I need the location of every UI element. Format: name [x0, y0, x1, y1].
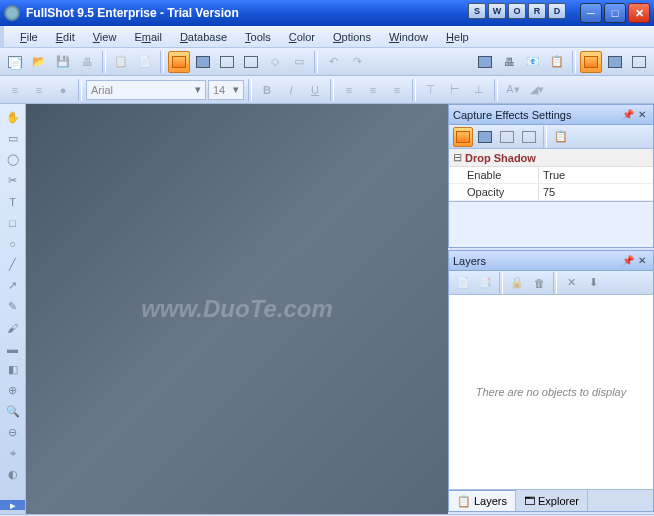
menu-tools[interactable]: Tools: [237, 29, 279, 45]
tool-hand-icon[interactable]: ✋: [3, 108, 23, 127]
capture-object-button[interactable]: [240, 51, 262, 73]
menu-window[interactable]: Window: [381, 29, 436, 45]
tool-ellipse-icon[interactable]: ○: [3, 234, 23, 253]
property-row[interactable]: Opacity 75: [449, 184, 653, 201]
category-collapse-icon[interactable]: ⊟: [453, 151, 465, 164]
font-size-combo[interactable]: 14▾: [208, 80, 244, 100]
capture-region-button[interactable]: [216, 51, 238, 73]
menu-help[interactable]: Help: [438, 29, 477, 45]
quick-btn-o[interactable]: O: [508, 3, 526, 19]
tool-fill-icon[interactable]: ◐: [3, 465, 23, 484]
align-left-button[interactable]: ≡: [338, 79, 360, 101]
prop-enable-value[interactable]: True: [539, 167, 653, 183]
view-mode-3-button[interactable]: [628, 51, 650, 73]
tool-zoomout-icon[interactable]: ⊖: [3, 423, 23, 442]
layer-merge-icon[interactable]: ⬇: [583, 273, 603, 293]
capture-freehand-button[interactable]: ◇: [264, 51, 286, 73]
effect-tab-2[interactable]: [475, 127, 495, 147]
pin-icon[interactable]: 📌: [621, 254, 635, 268]
toolbox-expand-icon[interactable]: ▸: [0, 500, 25, 510]
layer-del-icon[interactable]: 🗑: [529, 273, 549, 293]
layer-x-icon[interactable]: ✕: [561, 273, 581, 293]
quick-btn-w[interactable]: W: [488, 3, 506, 19]
menu-color[interactable]: Color: [281, 29, 323, 45]
property-row[interactable]: Enable True: [449, 167, 653, 184]
tool-line-icon[interactable]: ╱: [3, 255, 23, 274]
tab-explorer[interactable]: 🗔Explorer: [516, 490, 588, 511]
menu-email[interactable]: Email: [126, 29, 170, 45]
canvas-area[interactable]: www.DuoTe.com: [26, 104, 448, 514]
style-1-button[interactable]: ≡: [4, 79, 26, 101]
undo-button[interactable]: ↶: [322, 51, 344, 73]
capture-menu-button[interactable]: ▭: [288, 51, 310, 73]
style-3-button[interactable]: ●: [52, 79, 74, 101]
quick-btn-s[interactable]: S: [468, 3, 486, 19]
output-file-button[interactable]: [474, 51, 496, 73]
menu-file[interactable]: File: [12, 29, 46, 45]
tool-crop-icon[interactable]: ✂: [3, 171, 23, 190]
align-center-button[interactable]: ≡: [362, 79, 384, 101]
valign-bot-button[interactable]: ⊥: [468, 79, 490, 101]
tool-highlight-icon[interactable]: ▬: [3, 339, 23, 358]
menu-options[interactable]: Options: [325, 29, 379, 45]
close-button[interactable]: ✕: [628, 3, 650, 23]
output-print-button[interactable]: 🖶: [498, 51, 520, 73]
effect-tab-1[interactable]: [453, 127, 473, 147]
menu-database[interactable]: Database: [172, 29, 235, 45]
minimize-button[interactable]: ─: [580, 3, 602, 23]
effect-tab-3[interactable]: [497, 127, 517, 147]
tool-arrow-icon[interactable]: ↗: [3, 276, 23, 295]
tool-zoom-icon[interactable]: 🔍: [3, 402, 23, 421]
effect-tab-5[interactable]: 📋: [551, 127, 571, 147]
output-clip-button[interactable]: 📋: [546, 51, 568, 73]
capture-window-button[interactable]: [192, 51, 214, 73]
layer-new-icon[interactable]: 📄: [453, 273, 473, 293]
tool-zoomin-icon[interactable]: ⊕: [3, 381, 23, 400]
tool-text-icon[interactable]: T: [3, 192, 23, 211]
maximize-button[interactable]: □: [604, 3, 626, 23]
view-mode-1-button[interactable]: [580, 51, 602, 73]
menu-view[interactable]: View: [85, 29, 125, 45]
output-email-button[interactable]: 📧: [522, 51, 544, 73]
paste-button[interactable]: 📄: [134, 51, 156, 73]
text-color-button[interactable]: A▾: [502, 79, 524, 101]
quick-btn-r[interactable]: R: [528, 3, 546, 19]
format-toolbar: ≡ ≡ ● Arial▾ 14▾ B I U ≡ ≡ ≡ ⊤ ⊢ ⊥ A▾ ◢▾: [0, 76, 654, 104]
panel-close-icon[interactable]: ✕: [635, 108, 649, 122]
quick-btn-d[interactable]: D: [548, 3, 566, 19]
style-2-button[interactable]: ≡: [28, 79, 50, 101]
view-mode-2-button[interactable]: [604, 51, 626, 73]
tool-picker-icon[interactable]: ⌖: [3, 444, 23, 463]
tool-brush-icon[interactable]: 🖌: [3, 318, 23, 337]
font-family-combo[interactable]: Arial▾: [86, 80, 206, 100]
italic-button[interactable]: I: [280, 79, 302, 101]
menu-edit[interactable]: Edit: [48, 29, 83, 45]
prop-opacity-value[interactable]: 75: [539, 184, 653, 200]
redo-button[interactable]: ↷: [346, 51, 368, 73]
copy-button[interactable]: 📋: [110, 51, 132, 73]
tool-select-icon[interactable]: ▭: [3, 129, 23, 148]
new-button[interactable]: 📄: [4, 51, 26, 73]
tool-eraser-icon[interactable]: ◧: [3, 360, 23, 379]
align-right-button[interactable]: ≡: [386, 79, 408, 101]
valign-mid-button[interactable]: ⊢: [444, 79, 466, 101]
valign-top-button[interactable]: ⊤: [420, 79, 442, 101]
pin-icon[interactable]: 📌: [621, 108, 635, 122]
print-button[interactable]: 🖶: [76, 51, 98, 73]
tool-lasso-icon[interactable]: ◯: [3, 150, 23, 169]
tab-layers[interactable]: 📋Layers: [449, 490, 516, 511]
open-button[interactable]: 📂: [28, 51, 50, 73]
tool-pencil-icon[interactable]: ✎: [3, 297, 23, 316]
font-size-value: 14: [213, 84, 225, 96]
fill-color-button[interactable]: ◢▾: [526, 79, 548, 101]
tool-rect-icon[interactable]: □: [3, 213, 23, 232]
effect-tab-4[interactable]: [519, 127, 539, 147]
layer-dup-icon[interactable]: 📑: [475, 273, 495, 293]
capture-screen-button[interactable]: [168, 51, 190, 73]
bold-button[interactable]: B: [256, 79, 278, 101]
save-button[interactable]: 💾: [52, 51, 74, 73]
layer-lock-icon[interactable]: 🔒: [507, 273, 527, 293]
panel-close-icon[interactable]: ✕: [635, 254, 649, 268]
underline-button[interactable]: U: [304, 79, 326, 101]
titlebar: FullShot 9.5 Enterprise - Trial Version …: [0, 0, 654, 26]
